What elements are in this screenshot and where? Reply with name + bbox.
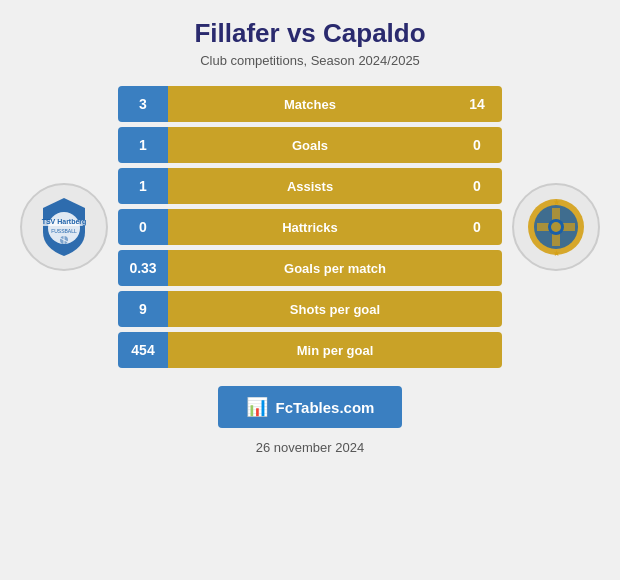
stat-row-assists: 1 Assists 0	[118, 168, 502, 204]
svg-text:★: ★	[553, 249, 560, 258]
stat-row-goals: 1 Goals 0	[118, 127, 502, 163]
svg-text:TSV Hartberg: TSV Hartberg	[42, 218, 87, 226]
stat-right-hattricks: 0	[452, 209, 502, 245]
stat-row-matches: 3 Matches 14	[118, 86, 502, 122]
stat-label-matches: Matches	[168, 86, 452, 122]
page-subtitle: Club competitions, Season 2024/2025	[200, 53, 420, 68]
stat-left-hattricks: 0	[118, 209, 168, 245]
svg-text:★: ★	[553, 198, 560, 207]
stat-left-min-per-goal: 454	[118, 332, 168, 368]
stat-label-hattricks: Hattricks	[168, 209, 452, 245]
page-title: Fillafer vs Capaldo	[194, 18, 425, 49]
fctables-banner[interactable]: 📊 FcTables.com	[218, 386, 403, 428]
stat-row-goals-per-match: 0.33 Goals per match	[118, 250, 502, 286]
svg-point-13	[551, 222, 561, 232]
stat-row-min-per-goal: 454 Min per goal	[118, 332, 502, 368]
team-logo-left: TSV Hartberg FUSSBALL	[20, 183, 108, 271]
stat-left-matches: 3	[118, 86, 168, 122]
team-logo-right: ★ ★	[512, 183, 600, 271]
chart-icon: 📊	[246, 396, 268, 418]
stat-label-goals: Goals	[168, 127, 452, 163]
stat-left-goals-per-match: 0.33	[118, 250, 168, 286]
stat-left-goals: 1	[118, 127, 168, 163]
svg-text:FUSSBALL: FUSSBALL	[51, 228, 77, 234]
banner-text: FcTables.com	[276, 399, 375, 416]
comparison-area: TSV Hartberg FUSSBALL 3 Matches 14 1 Goa…	[20, 86, 600, 368]
stat-label-shots-per-goal: Shots per goal	[168, 291, 502, 327]
stat-label-goals-per-match: Goals per match	[168, 250, 502, 286]
stat-row-hattricks: 0 Hattricks 0	[118, 209, 502, 245]
stat-right-assists: 0	[452, 168, 502, 204]
stat-label-min-per-goal: Min per goal	[168, 332, 502, 368]
stat-label-assists: Assists	[168, 168, 452, 204]
stat-right-goals: 0	[452, 127, 502, 163]
stat-row-shots-per-goal: 9 Shots per goal	[118, 291, 502, 327]
stat-left-assists: 1	[118, 168, 168, 204]
stat-right-matches: 14	[452, 86, 502, 122]
stat-left-shots-per-goal: 9	[118, 291, 168, 327]
footer-date: 26 november 2024	[256, 440, 364, 455]
stats-container: 3 Matches 14 1 Goals 0 1 Assists 0 0 Hat…	[118, 86, 502, 368]
